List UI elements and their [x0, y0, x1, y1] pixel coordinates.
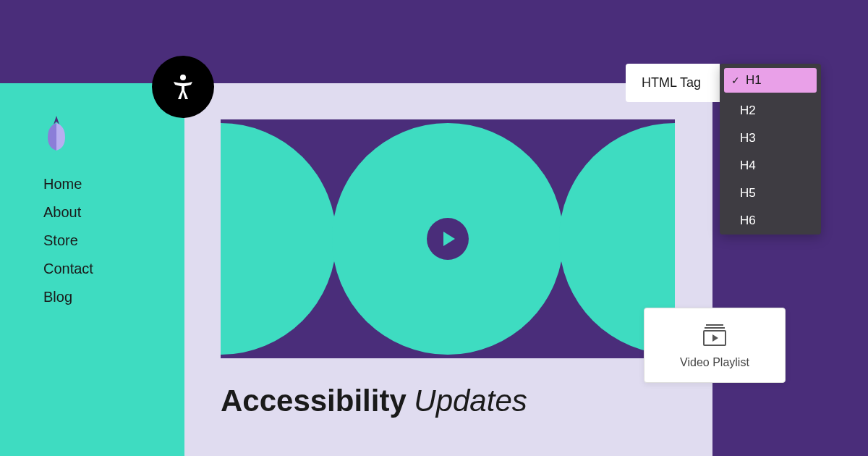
dropdown-item-label: H4: [740, 159, 756, 173]
site-logo: [43, 116, 69, 151]
dropdown-item-h3[interactable]: H3: [720, 124, 821, 152]
accessibility-badge[interactable]: [152, 56, 214, 118]
decorative-circle: [221, 123, 336, 355]
dropdown-item-label: H3: [740, 131, 756, 145]
html-tag-label: HTML Tag: [626, 64, 720, 102]
heading-italic: Updates: [414, 384, 527, 418]
nav-item-home[interactable]: Home: [43, 176, 184, 193]
nav-item-about[interactable]: About: [43, 204, 184, 221]
video-playlist-card[interactable]: Video Playlist: [644, 308, 786, 383]
dropdown-item-label: H1: [746, 73, 762, 88]
hero-image: [221, 119, 675, 358]
accessibility-icon: [168, 72, 198, 102]
page-heading: Accessibility Updates: [221, 384, 676, 418]
play-button[interactable]: [427, 218, 469, 260]
dropdown-item-label: H6: [740, 214, 756, 228]
html-tag-panel: HTML Tag ✓ H1 H2 H3 H4 H5 H6: [626, 64, 821, 235]
dropdown-item-h4[interactable]: H4: [720, 152, 821, 180]
heading-bold: Accessibility: [221, 384, 407, 418]
svg-point-0: [180, 75, 186, 80]
check-icon: ✓: [731, 75, 740, 86]
dropdown-item-h2[interactable]: H2: [720, 97, 821, 124]
video-playlist-icon: [659, 324, 770, 346]
sidebar: Home About Store Contact Blog: [0, 83, 184, 456]
dropdown-item-label: H5: [740, 186, 756, 200]
html-tag-dropdown[interactable]: ✓ H1 H2 H3 H4 H5 H6: [720, 64, 821, 235]
dropdown-item-label: H2: [740, 104, 756, 118]
nav-item-store[interactable]: Store: [43, 232, 184, 249]
nav-item-contact[interactable]: Contact: [43, 261, 184, 277]
dropdown-item-h1[interactable]: ✓ H1: [724, 68, 817, 93]
video-playlist-label: Video Playlist: [659, 356, 770, 369]
nav-list: Home About Store Contact Blog: [43, 176, 184, 305]
nav-item-blog[interactable]: Blog: [43, 289, 184, 305]
dropdown-item-h6[interactable]: H6: [720, 207, 821, 235]
dropdown-item-h5[interactable]: H5: [720, 180, 821, 207]
play-icon: [443, 232, 455, 246]
